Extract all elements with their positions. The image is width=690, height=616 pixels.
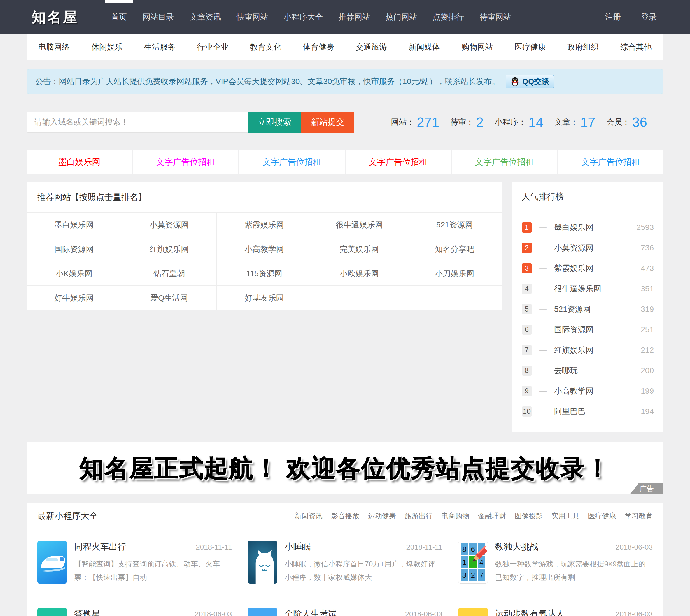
nav-like-ranking[interactable]: 点赞排行 [425,0,472,34]
ranking-row[interactable]: 10 — 阿里巴巴 194 [522,401,654,422]
rank-site-name[interactable]: 小莫资源网 [554,243,594,253]
ranking-row[interactable]: 5 — 521资源网 319 [522,299,654,320]
site-link[interactable]: 521资源网 [407,213,502,237]
category-sports[interactable]: 体育健身 [303,42,334,52]
category-news-media[interactable]: 新闻媒体 [408,42,440,52]
search-input[interactable] [27,112,248,132]
ranking-row[interactable]: 9 — 小高教学网 199 [522,381,654,401]
miniapps-title: 最新小程序大全 [37,510,98,522]
site-link[interactable]: 国际资源网 [27,237,122,261]
miniapp-name: 全阶人生考试 [285,608,337,616]
ranking-row[interactable]: 4 — 很牛逼娱乐网 351 [522,279,654,299]
site-link[interactable]: 爱Q生活网 [122,286,217,310]
train-icon [37,541,67,584]
category-government[interactable]: 政府组织 [567,42,599,52]
site-link[interactable]: 紫霞娱乐网 [217,213,312,237]
register-link[interactable]: 注册 [605,0,621,34]
ranking-row[interactable]: 8 — 去哪玩 200 [522,360,654,381]
auth-links: 注册 登录 [605,0,657,34]
search-button[interactable]: 立即搜索 [248,112,301,132]
category-travel[interactable]: 交通旅游 [356,42,387,52]
ranking-row[interactable]: 3 — 紫霞娱乐网 473 [522,258,654,279]
site-link[interactable]: 墨白娱乐网 [27,213,122,237]
category-health[interactable]: 医疗健康 [514,42,546,52]
ranking-row[interactable]: 6 — 国际资源网 251 [522,320,654,340]
nav-site-directory[interactable]: 网站目录 [135,0,182,34]
tab-finance[interactable]: 金融理财 [478,511,506,521]
search-section: 立即搜索 新站提交 网站： 271 待审： 2 小程序： 14 文章： 17 会… [27,112,663,132]
miniapp-item-steps[interactable]: 运动步数有氧达人 2018-06-03 [458,596,653,616]
rank-site-name[interactable]: 国际资源网 [554,324,594,335]
rank-site-name[interactable]: 紫霞娱乐网 [554,263,594,274]
promo-banner[interactable]: 知名屋正式起航！ 欢迎各位优秀站点提交收录！ 广告 [27,442,663,494]
text-ad-link[interactable]: 文字广告位招租 [346,150,451,174]
text-ad-link[interactable]: 墨白娱乐网 [27,150,132,174]
site-link[interactable]: 知名分享吧 [407,237,502,261]
walking-person-icon [458,608,488,616]
nav-pending-sites[interactable]: 待审网站 [472,0,519,34]
text-ad-link[interactable]: 文字广告位招租 [558,150,664,174]
category-life-service[interactable]: 生活服务 [144,42,176,52]
rank-site-name[interactable]: 墨白娱乐网 [554,222,594,233]
tab-photo[interactable]: 图像摄影 [515,511,543,521]
category-computer-network[interactable]: 电脑网络 [38,42,70,52]
category-shopping[interactable]: 购物网站 [462,42,493,52]
rank-site-name[interactable]: 很牛逼娱乐网 [554,284,601,294]
site-link[interactable]: 好基友乐园 [217,286,312,310]
rank-site-name[interactable]: 小高教学网 [554,386,594,396]
tab-media[interactable]: 影音播放 [331,511,359,521]
rank-trend-dash: — [539,325,547,334]
nav-recommended[interactable]: 推荐网站 [331,0,378,34]
submit-site-button[interactable]: 新站提交 [301,112,354,132]
category-leisure[interactable]: 休闲娱乐 [91,42,123,52]
ranking-row[interactable]: 1 — 墨白娱乐网 2593 [522,217,654,238]
tab-travel[interactable]: 旅游出行 [405,511,433,521]
site-link[interactable]: 好牛娱乐网 [27,286,122,310]
tab-ecommerce[interactable]: 电商购物 [441,511,469,521]
ranking-row[interactable]: 7 — 红旗娱乐网 212 [522,340,654,360]
qq-chat-button[interactable]: QQ交谈 [506,75,554,88]
nav-miniapps[interactable]: 小程序大全 [276,0,331,34]
miniapp-item-quiz[interactable]: 答题星 答题星 2018-06-03 [37,596,232,616]
announcement-bar: 公告：网站目录为广大站长提供免费收录网站服务，VIP会员每天提交网站30、文章3… [27,69,663,94]
miniapp-item-sleep[interactable]: 小睡眠 2018-11-11 小睡眠，微信小程序首日70万+用户，爆款好评小程序… [248,529,442,596]
category-other[interactable]: 综合其他 [620,42,652,52]
site-logo[interactable]: 知名屋 [32,8,79,27]
nav-articles[interactable]: 文章资讯 [182,0,229,34]
stat-websites: 网站： 271 [391,115,439,130]
rank-site-name[interactable]: 521资源网 [554,304,591,314]
site-link[interactable]: 小莫资源网 [122,213,217,237]
miniapp-item-sudoku[interactable]: 8 6 1 4 3 2 7 [458,529,653,596]
category-education[interactable]: 教育文化 [250,42,282,52]
text-ad-link[interactable]: 文字广告位招租 [239,150,345,174]
nav-fast-review[interactable]: 快审网站 [229,0,276,34]
site-link[interactable]: 完美娱乐网 [312,237,407,261]
tab-fitness[interactable]: 运动健身 [368,511,396,521]
ranking-row[interactable]: 2 — 小莫资源网 736 [522,238,654,258]
nav-home[interactable]: 首页 [103,0,135,34]
rank-site-name[interactable]: 去哪玩 [554,365,578,376]
tab-education[interactable]: 学习教育 [625,511,653,521]
site-link[interactable]: 115资源网 [217,261,312,286]
rank-site-name[interactable]: 红旗娱乐网 [554,345,594,355]
site-link[interactable]: 小高教学网 [217,237,312,261]
ad-label-tag: 广告 [630,483,663,494]
site-link[interactable]: 很牛逼娱乐网 [312,213,407,237]
site-link[interactable]: 小欧娱乐网 [312,261,407,286]
nav-hot-sites[interactable]: 热门网站 [378,0,425,34]
miniapp-item-train-travel[interactable]: 同程火车出行 2018-11-11 【智能查询】支持查询预订高铁、动车、火车票；… [37,529,232,596]
text-ad-link[interactable]: 文字广告位招租 [133,150,239,174]
miniapps-tabs: 新闻资讯 影音播放 运动健身 旅游出行 电商购物 金融理财 图像摄影 实用工具 … [295,511,653,521]
login-link[interactable]: 登录 [641,0,657,34]
text-ad-link[interactable]: 文字广告位招租 [452,150,557,174]
tab-news[interactable]: 新闻资讯 [295,511,322,521]
site-link[interactable]: 小刀娱乐网 [407,261,502,286]
category-industry[interactable]: 行业企业 [197,42,228,52]
site-link[interactable]: 红旗娱乐网 [122,237,217,261]
tab-health[interactable]: 医疗健康 [588,511,616,521]
site-link[interactable]: 钻石皇朝 [122,261,217,286]
tab-tools[interactable]: 实用工具 [551,511,579,521]
miniapp-item-exam[interactable]: 考 全阶人生考试 2018-06-03 [248,596,442,616]
site-link[interactable]: 小K娱乐网 [27,261,122,286]
rank-site-name[interactable]: 阿里巴巴 [554,406,585,417]
